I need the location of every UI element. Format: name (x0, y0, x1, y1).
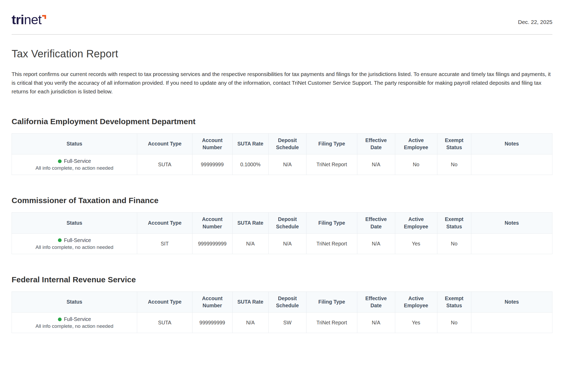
intro-paragraph: This report confirms our current records… (12, 70, 552, 96)
col-header-account-type: Account Type (137, 292, 192, 313)
active-employee-cell: Yes (395, 233, 437, 254)
top-bar: trinet Dec. 22, 2025 (12, 13, 552, 26)
filing-type-cell: TriNet Report (306, 313, 357, 333)
active-employee-cell: Yes (395, 313, 437, 333)
account-number-cell: 9999999999 (192, 233, 232, 254)
page-title: Tax Verification Report (12, 48, 552, 60)
col-header-notes: Notes (471, 292, 552, 313)
col-header-deposit-schedule: Deposit Schedule (269, 133, 306, 154)
col-header-effective-date: Effective Date (357, 213, 395, 234)
table-header-row: Status Account Type Account Number SUTA … (12, 292, 552, 313)
col-header-notes: Notes (471, 213, 552, 234)
col-header-effective-date: Effective Date (357, 133, 395, 154)
col-header-filing-type: Filing Type (306, 292, 357, 313)
effective-date-cell: N/A (357, 313, 395, 333)
col-header-status: Status (12, 213, 137, 234)
col-header-suta-rate: SUTA Rate (232, 292, 269, 313)
status-detail: All info complete, no action needed (14, 165, 135, 171)
exempt-status-cell: No (437, 154, 471, 175)
tax-table: Status Account Type Account Number SUTA … (12, 292, 552, 333)
col-header-account-number: Account Number (192, 133, 232, 154)
status-title: Full-Service (64, 237, 91, 243)
status-green-dot-icon (58, 318, 62, 321)
section-heading: Federal Internal Revenue Service (12, 275, 552, 284)
account-type-cell: SUTA (137, 154, 192, 175)
col-header-status: Status (12, 133, 137, 154)
col-header-deposit-schedule: Deposit Schedule (269, 213, 306, 234)
account-number-cell: 99999999 (192, 154, 232, 175)
filing-type-cell: TriNet Report (306, 154, 357, 175)
tax-table: Status Account Type Account Number SUTA … (12, 212, 552, 254)
account-number-cell: 999999999 (192, 313, 232, 333)
status-green-dot-icon (58, 238, 62, 242)
status-detail: All info complete, no action needed (14, 323, 135, 329)
col-header-filing-type: Filing Type (306, 133, 357, 154)
status-cell: Full-Service All info complete, no actio… (12, 154, 137, 175)
notes-cell (471, 154, 552, 175)
notes-cell (471, 233, 552, 254)
col-header-active-employee: Active Employee (395, 133, 437, 154)
status-title: Full-Service (64, 158, 91, 164)
col-header-filing-type: Filing Type (306, 213, 357, 234)
col-header-account-type: Account Type (137, 133, 192, 154)
section-federal-irs: Federal Internal Revenue Service Status … (12, 275, 552, 333)
suta-rate-cell: N/A (232, 313, 269, 333)
trinet-logo: trinet (12, 13, 46, 26)
status-title: Full-Service (64, 316, 91, 322)
logo-corner-bracket-icon (42, 15, 46, 19)
col-header-effective-date: Effective Date (357, 292, 395, 313)
col-header-exempt-status: Exempt Status (437, 292, 471, 313)
deposit-schedule-cell: N/A (269, 154, 306, 175)
table-row: Full-Service All info complete, no actio… (12, 154, 552, 175)
deposit-schedule-cell: N/A (269, 233, 306, 254)
col-header-account-number: Account Number (192, 213, 232, 234)
col-header-notes: Notes (471, 133, 552, 154)
deposit-schedule-cell: SW (269, 313, 306, 333)
effective-date-cell: N/A (357, 233, 395, 254)
suta-rate-cell: N/A (232, 233, 269, 254)
table-header-row: Status Account Type Account Number SUTA … (12, 213, 552, 234)
status-green-dot-icon (58, 159, 62, 163)
col-header-status: Status (12, 292, 137, 313)
logo-text-tri: tri (12, 12, 24, 27)
logo-text-net: net (24, 12, 42, 27)
table-header-row: Status Account Type Account Number SUTA … (12, 133, 552, 154)
section-california-edd: California Employment Development Depart… (12, 117, 552, 175)
notes-cell (471, 313, 552, 333)
active-employee-cell: No (395, 154, 437, 175)
exempt-status-cell: No (437, 233, 471, 254)
section-heading: Commissioner of Taxation and Finance (12, 196, 552, 205)
col-header-account-type: Account Type (137, 213, 192, 234)
col-header-active-employee: Active Employee (395, 292, 437, 313)
filing-type-cell: TriNet Report (306, 233, 357, 254)
col-header-suta-rate: SUTA Rate (232, 133, 269, 154)
col-header-exempt-status: Exempt Status (437, 213, 471, 234)
col-header-suta-rate: SUTA Rate (232, 213, 269, 234)
table-row: Full-Service All info complete, no actio… (12, 313, 552, 333)
status-cell: Full-Service All info complete, no actio… (12, 313, 137, 333)
col-header-account-number: Account Number (192, 292, 232, 313)
effective-date-cell: N/A (357, 154, 395, 175)
col-header-exempt-status: Exempt Status (437, 133, 471, 154)
tax-verification-report-page: trinet Dec. 22, 2025 Tax Verification Re… (0, 0, 564, 333)
tax-table: Status Account Type Account Number SUTA … (12, 133, 552, 175)
status-cell: Full-Service All info complete, no actio… (12, 233, 137, 254)
col-header-deposit-schedule: Deposit Schedule (269, 292, 306, 313)
section-commissioner-taxation-finance: Commissioner of Taxation and Finance Sta… (12, 196, 552, 254)
table-row: Full-Service All info complete, no actio… (12, 233, 552, 254)
status-detail: All info complete, no action needed (14, 244, 135, 250)
suta-rate-cell: 0.1000% (232, 154, 269, 175)
account-type-cell: SIT (137, 233, 192, 254)
header-divider (12, 34, 552, 35)
account-type-cell: SUTA (137, 313, 192, 333)
section-heading: California Employment Development Depart… (12, 117, 552, 126)
exempt-status-cell: No (437, 313, 471, 333)
report-date: Dec. 22, 2025 (518, 19, 552, 26)
col-header-active-employee: Active Employee (395, 213, 437, 234)
